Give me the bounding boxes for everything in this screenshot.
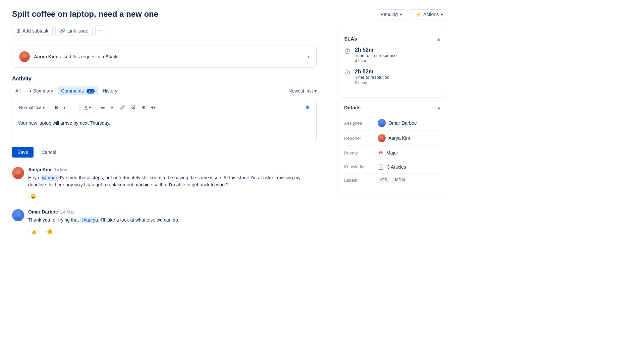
activity-section: Activity All ✦ Summary Comments 18 Histo… [12, 76, 317, 236]
detail-assignee: Assignee Omar Darboe [344, 116, 441, 131]
banner-avatar [19, 51, 30, 62]
comments-badge: 18 [87, 89, 95, 94]
sla-section-header: SLAs ▲ [344, 36, 441, 42]
summary-icon: ✦ [29, 89, 32, 93]
save-button[interactable]: Save [12, 147, 34, 158]
reporter-avatar [378, 134, 386, 142]
expand-button[interactable]: ✳ [303, 103, 312, 112]
italic-button[interactable]: I [61, 104, 68, 111]
detail-knowledge: Knowledge 📋 3 Articles [344, 160, 441, 174]
text-color-button[interactable]: A▾ [82, 104, 94, 111]
mention-aarya: @aarya [80, 217, 99, 223]
image-button[interactable]: 🖼 [128, 104, 138, 111]
link-button[interactable]: 🔗 [117, 104, 128, 111]
detail-labels: Labels iOS MDM [344, 174, 441, 186]
toolbar-separator [50, 104, 50, 111]
page-title: Spilt coffee on laptop, need a new one [12, 9, 317, 19]
comment-1-text: Heya @omar I've tried those steps, but u… [28, 174, 317, 188]
insert-button[interactable]: +▾ [149, 104, 159, 111]
bullet-list-button[interactable]: ☰ [98, 104, 108, 111]
svg-point-7 [379, 124, 385, 127]
reporter-value: Aarya Kim [378, 134, 410, 142]
svg-point-4 [15, 211, 21, 217]
tab-comments[interactable]: Comments 18 [58, 86, 98, 95]
activity-title: Activity [12, 76, 317, 82]
priority-name: Major [386, 150, 398, 156]
toolbar-separator-3 [96, 104, 96, 111]
svg-point-0 [22, 53, 27, 58]
text-format-dropdown[interactable]: Normal text ▾ [16, 104, 48, 111]
reporter-name: Aarya Kim [388, 135, 410, 141]
sla-clock-icon-2: ⏱ [344, 69, 351, 77]
editor-toolbar: Normal text ▾ B I ··· A▾ ☰ ≡ 🔗 🖼 ⊞ +▾ [12, 100, 316, 115]
priority-icon [378, 149, 384, 157]
comment-2-avatar [12, 209, 24, 221]
comment-1-meta: Aarya Kim 14 Mar [28, 167, 317, 172]
numbered-list-button[interactable]: ≡ [108, 104, 116, 111]
editor-body[interactable]: Your new laptop will arrive by next Thur… [12, 115, 316, 142]
format-chevron-icon: ▾ [43, 105, 45, 110]
actions-button[interactable]: ⚡ Actions ▾ [411, 9, 448, 19]
sla-clock-icon-1: ⏱ [344, 48, 351, 55]
label-mdm: MDM [392, 177, 408, 183]
assignee-label: Assignee [344, 121, 378, 126]
comment-2-author: Omar Darboe [28, 209, 58, 215]
detail-reporter: Reporter Aarya Kim [344, 131, 441, 146]
tab-all[interactable]: All [12, 86, 24, 95]
status-label: Pending [381, 12, 398, 17]
svg-point-6 [380, 120, 383, 124]
knowledge-text: 3 Articles [387, 164, 406, 170]
status-button[interactable]: Pending ▾ [376, 9, 407, 19]
svg-point-1 [20, 58, 29, 62]
assignee-name: Omar Darboe [388, 120, 417, 126]
request-banner: Aarya Kim raised this request via Slack … [12, 46, 317, 68]
add-reaction-button-2[interactable]: 😊 [45, 227, 55, 236]
sort-chevron-icon: ▾ [314, 88, 317, 94]
more-actions-button[interactable]: ··· [95, 25, 106, 36]
tab-summary[interactable]: ✦ Summary [25, 86, 57, 95]
banner-chevron[interactable]: ▾ [308, 54, 310, 59]
comment-2-meta: Omar Darboe 14 Mar [28, 209, 317, 215]
comment-1: Aarya Kim 14 Mar Heya @omar I've tried t… [12, 167, 317, 201]
comment-2-date: 14 Mar [61, 209, 74, 215]
table-button[interactable]: ⊞ [139, 104, 148, 111]
comment-2-text: Thank you for trying that @aarya I'll ta… [28, 217, 317, 224]
sla-toggle[interactable]: ▲ [436, 36, 441, 42]
labels-label: Labels [344, 178, 378, 183]
comment-1-date: 14 Mar [54, 167, 67, 172]
sla-time-2: 2h 52m [355, 69, 389, 75]
sla-time-1: 2h 52m [355, 47, 397, 53]
priority-value: Major [378, 149, 398, 157]
details-title: Details [344, 105, 361, 110]
label-ios: iOS [378, 177, 390, 183]
comment-1-body: Aarya Kim 14 Mar Heya @omar I've tried t… [28, 167, 317, 201]
sort-control[interactable]: Newest first ▾ [288, 88, 317, 94]
tab-history[interactable]: History [99, 86, 121, 95]
assignee-value: Omar Darboe [378, 119, 417, 127]
comment-2: Omar Darboe 14 Mar Thank you for trying … [12, 209, 317, 236]
thumbs-up-reaction[interactable]: 👍 1 [28, 227, 43, 236]
sla-item-1: ⏱ 2h 52m Time to first response 4 hours [344, 47, 441, 63]
link-issue-button[interactable]: 🔗 Link issue [55, 26, 93, 36]
labels-value: iOS MDM [378, 177, 408, 183]
add-reaction-button-1[interactable]: 😊 [28, 192, 38, 201]
sla-hours-1: 4 hours [355, 59, 397, 63]
more-icon: ··· [99, 28, 103, 34]
right-sidebar: Pending ▾ ⚡ Actions ▾ SLAs ▲ ⏱ 2h 52m Ti… [329, 0, 456, 362]
more-formatting-button[interactable]: ··· [68, 104, 77, 111]
sla-section: SLAs ▲ ⏱ 2h 52m Time to first response 4… [337, 29, 448, 92]
editor-cursor [110, 120, 112, 126]
sla-label-2: Time to resolution [355, 75, 389, 80]
add-subtask-button[interactable]: ⊞ Add subtask [12, 26, 53, 36]
details-toggle[interactable]: ▲ [436, 105, 441, 110]
details-section: Details ▲ Assignee Omar Darboe Reporter … [337, 98, 448, 193]
details-section-header: Details ▲ [344, 105, 441, 110]
cancel-button[interactable]: Cancel [36, 147, 62, 158]
subtask-icon: ⊞ [16, 28, 20, 34]
bold-button[interactable]: B [52, 104, 60, 111]
sla-title: SLAs [344, 36, 357, 42]
comment-editor[interactable]: Normal text ▾ B I ··· A▾ ☰ ≡ 🔗 🖼 ⊞ +▾ [12, 100, 317, 142]
sort-label: Newest first [288, 88, 313, 94]
sidebar-header: Pending ▾ ⚡ Actions ▾ [337, 9, 448, 19]
comment-1-reactions: 😊 [28, 192, 317, 201]
